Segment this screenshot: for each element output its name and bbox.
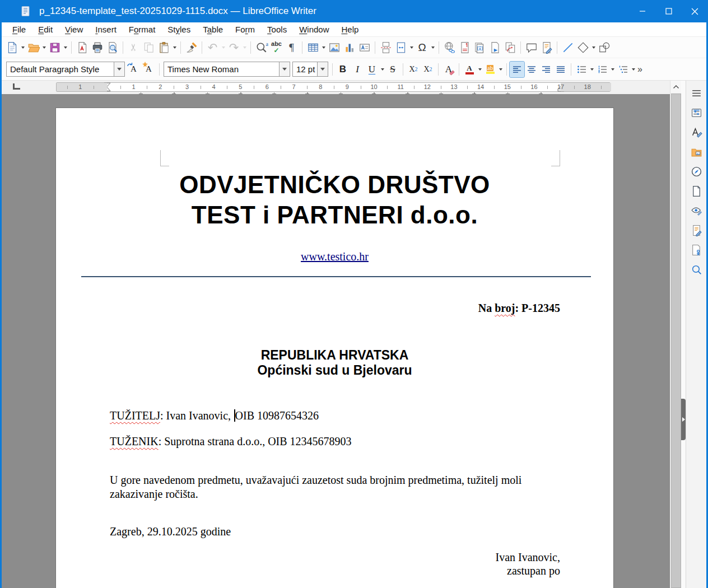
dropdown-caret[interactable] — [630, 62, 636, 77]
menu-styles[interactable]: Styles — [161, 22, 197, 36]
dropdown-caret[interactable] — [320, 40, 327, 55]
save-button[interactable] — [47, 40, 62, 55]
insert-hyperlink-button[interactable] — [442, 40, 457, 55]
insert-chart-button[interactable] — [342, 40, 357, 55]
track-changes-button[interactable] — [539, 40, 554, 55]
title-bar[interactable]: p_12345-template_test-20251029-1115.docx… — [0, 0, 708, 22]
new-style-button[interactable]: A — [141, 62, 156, 77]
subscript-button[interactable]: X2 — [421, 62, 435, 77]
signature-line1[interactable]: Ivan Ivanovic, — [495, 550, 560, 564]
insert-image-button[interactable] — [327, 40, 342, 55]
align-center-button[interactable] — [524, 62, 539, 77]
find-replace-button[interactable]: a — [254, 40, 269, 55]
export-pdf-button[interactable] — [74, 40, 90, 55]
paragraph-style-combo[interactable]: Default Paragraph Style — [6, 62, 125, 77]
update-style-button[interactable]: A — [126, 62, 141, 77]
align-right-button[interactable] — [539, 62, 553, 77]
document-workspace[interactable]: ODVJETNIČKO DRUŠTVO TEST i PARTNERI d.o.… — [2, 94, 670, 588]
tab-stop-type-selector[interactable] — [13, 83, 20, 90]
dropdown-caret[interactable] — [430, 40, 436, 55]
horizontal-ruler[interactable]: 1234567891011121314151617181 — [56, 82, 611, 92]
font-size-value[interactable]: 12 pt — [293, 62, 317, 76]
body-line2[interactable]: zakazivanje ročišta. — [110, 487, 535, 501]
underline-button[interactable]: U — [365, 62, 379, 77]
sidebar-accessibility-check-button[interactable] — [688, 242, 704, 258]
menu-window[interactable]: Window — [293, 22, 335, 36]
font-name-dropdown[interactable] — [279, 62, 290, 76]
open-button[interactable] — [26, 40, 41, 55]
clone-formatting-button[interactable] — [184, 40, 199, 55]
firm-name-line1[interactable]: ODVJETNIČKO DRUŠTVO — [56, 170, 613, 200]
defendant-line[interactable]: TUŽENIK: Suprotna strana d.o.o., OIB 123… — [110, 435, 352, 448]
body-line1[interactable]: U gore navedenom predmetu, uvažavajući z… — [110, 473, 535, 487]
dropdown-caret[interactable] — [497, 62, 504, 77]
menu-view[interactable]: View — [59, 22, 89, 36]
sidebar-styles-button[interactable] — [688, 124, 704, 140]
sidebar-find-button[interactable] — [688, 262, 704, 277]
insert-cross-reference-button[interactable] — [502, 40, 518, 55]
signature-block[interactable]: Ivan Ivanovic, zastupan po — [495, 550, 560, 577]
italic-button[interactable]: I — [350, 62, 365, 77]
show-draw-functions-button[interactable] — [597, 40, 612, 55]
insert-page-break-button[interactable] — [378, 40, 393, 55]
vertical-scrollbar[interactable] — [670, 81, 681, 588]
font-size-dropdown[interactable] — [317, 62, 328, 76]
print-preview-button[interactable] — [105, 40, 120, 55]
sidebar-gallery-button[interactable] — [688, 144, 704, 160]
dropdown-caret[interactable] — [589, 62, 595, 77]
menu-table[interactable]: Table — [197, 22, 229, 36]
insert-comment-button[interactable] — [524, 40, 539, 55]
highlight-color-button[interactable]: ab — [483, 62, 497, 77]
court-line1[interactable]: REPUBLIKA HRVATSKA — [56, 348, 613, 363]
basic-shapes-button[interactable] — [575, 40, 590, 55]
justify-button[interactable] — [553, 62, 568, 77]
website-link[interactable]: www.testico.hr — [301, 250, 369, 263]
special-character-button[interactable]: Ω — [414, 40, 430, 55]
new-document-button[interactable] — [4, 40, 20, 55]
document-page[interactable]: ODVJETNIČKO DRUŠTVO TEST i PARTNERI d.o.… — [56, 108, 613, 588]
sidebar-hide-grip[interactable] — [681, 399, 686, 440]
menu-insert[interactable]: Insert — [89, 22, 123, 36]
insert-footnote-button[interactable] — [457, 40, 472, 55]
outline-list-button[interactable] — [616, 62, 630, 77]
font-name-combo[interactable]: Times New Roman — [164, 62, 290, 77]
menu-tools[interactable]: Tools — [261, 22, 293, 36]
menu-help[interactable]: Help — [336, 22, 365, 36]
letterhead-firm-name[interactable]: ODVJETNIČKO DRUŠTVO TEST i PARTNERI d.o.… — [56, 170, 613, 230]
case-reference-line[interactable]: Na broj: P-12345 — [478, 302, 560, 315]
bold-button[interactable]: B — [336, 62, 350, 77]
insert-table-button[interactable] — [305, 40, 320, 55]
maximize-button[interactable] — [655, 0, 682, 22]
insert-field-button[interactable] — [393, 40, 408, 55]
insert-line-button[interactable] — [560, 40, 575, 55]
scrollbar-thumb[interactable] — [671, 94, 681, 588]
court-line2[interactable]: Općinski sud u Bjelovaru — [56, 363, 613, 378]
paragraph-style-dropdown[interactable] — [114, 62, 124, 76]
sidebar-page-button[interactable] — [688, 183, 704, 199]
insert-bookmark-button[interactable] — [487, 40, 502, 55]
minimize-button[interactable] — [629, 0, 655, 22]
dropdown-caret[interactable] — [41, 40, 47, 55]
spelling-button[interactable]: abc✓ — [269, 40, 284, 55]
font-name-value[interactable]: Times New Roman — [164, 62, 279, 76]
sidebar-properties-button[interactable] — [688, 105, 704, 120]
sidebar-settings-button[interactable] — [688, 85, 704, 101]
superscript-button[interactable]: X2 — [406, 62, 421, 77]
dropdown-caret[interactable] — [609, 62, 616, 77]
insert-endnote-button[interactable] — [472, 40, 487, 55]
body-paragraph[interactable]: U gore navedenom predmetu, uvažavajući z… — [110, 473, 535, 501]
formatting-marks-button[interactable]: ¶ — [284, 40, 299, 55]
firm-name-line2[interactable]: TEST i PARTNERI d.o.o. — [56, 200, 613, 230]
menu-edit[interactable]: Edit — [32, 22, 59, 36]
dropdown-caret[interactable] — [171, 40, 178, 55]
print-button[interactable] — [90, 40, 105, 55]
paragraph-style-value[interactable]: Default Paragraph Style — [7, 62, 114, 76]
dropdown-caret[interactable] — [477, 62, 483, 77]
date-line[interactable]: Zagreb, 29.10.2025 godine — [110, 525, 231, 538]
menu-format[interactable]: Format — [123, 22, 162, 36]
scroll-up-button[interactable] — [670, 81, 682, 93]
dropdown-caret[interactable] — [590, 40, 597, 55]
ordered-list-button[interactable] — [595, 62, 609, 77]
dropdown-caret[interactable] — [62, 40, 68, 55]
close-button[interactable] — [682, 0, 708, 22]
